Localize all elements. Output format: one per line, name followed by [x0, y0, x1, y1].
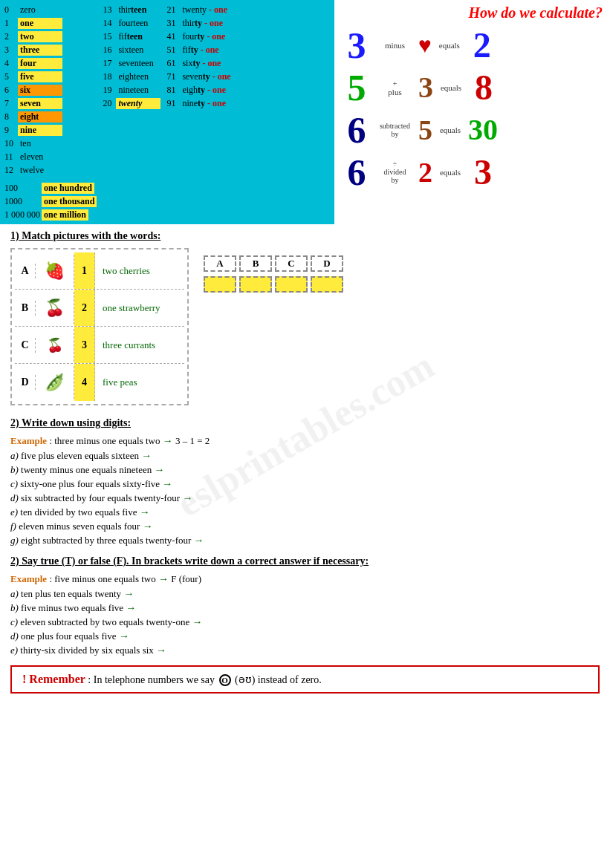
answer-label-c: C — [275, 255, 308, 272]
num-index: 11 — [4, 151, 18, 163]
ex-letter-e: e) — [10, 506, 20, 518]
calc-result-8: 8 — [469, 67, 499, 108]
num-word: fifty - one — [180, 45, 224, 56]
calc-eq-equals2: equals — [436, 83, 466, 92]
num-index: 2 — [4, 31, 18, 42]
num-row: 4 four — [4, 56, 97, 70]
num-word: ninety - one — [180, 98, 228, 109]
num-word: sixteen — [116, 45, 160, 56]
num-word: one — [18, 18, 62, 29]
ex-arrow-c: → — [162, 478, 172, 489]
num-row: 0 zero — [4, 3, 97, 16]
section2-title: 2) Write down using digits: — [10, 417, 600, 429]
example-arrow-3: → — [158, 573, 169, 584]
calc-heart-1: ♥ — [418, 33, 432, 58]
calc-row-3: 6 subtractedby 5 equals 30 — [342, 109, 603, 150]
match-num-1: 1 — [74, 252, 95, 289]
remember-label: ! Remember — [22, 673, 85, 685]
num-index: 100 — [4, 183, 42, 194]
section1: 1) Match pictures with the words: A 🍓 1 … — [10, 230, 600, 405]
exercise-g: g) eight subtracted by three equals twen… — [10, 535, 600, 546]
num-index: 3 — [4, 45, 18, 56]
num-word: twenty — [116, 98, 160, 109]
calc-num-6b: 6 — [342, 154, 371, 191]
s3-ex-letter-b: b) — [10, 602, 21, 613]
num-index: 9 — [4, 125, 18, 136]
ex-letter-g: g) — [10, 535, 21, 546]
match-img-strawberry: 🍓 — [36, 255, 74, 287]
num-word: fifteen — [116, 31, 160, 42]
answer-blank-c[interactable] — [275, 276, 308, 293]
exercise-d: d) six subtracted by four equals twenty-… — [10, 492, 600, 504]
num-index: 51 — [166, 45, 180, 56]
s3-ex-arrow-e: → — [156, 645, 166, 656]
ex-arrow-a: → — [141, 450, 152, 461]
num-row: 14 fourteen — [103, 16, 160, 30]
num-row: 12 twelve — [4, 163, 97, 177]
ex-arrow-b: → — [155, 464, 165, 475]
num-word: one thousand — [42, 196, 97, 207]
num-index: 5 — [4, 71, 18, 82]
s3-ex-text-b: five minus two equals five — [21, 602, 126, 613]
example-answer: 3 – 1 = 2 — [175, 435, 210, 446]
calc-result-3: 3 — [468, 151, 498, 192]
calc-num-5b: 5 — [418, 114, 432, 146]
s3-ex-letter-d: d) — [10, 630, 21, 642]
num-index: 71 — [166, 71, 180, 82]
calc-eq-equals4: equals — [435, 168, 465, 177]
num-index: 6 — [4, 85, 18, 96]
ex-arrow-d: → — [182, 492, 192, 503]
match-letter-a: A — [15, 264, 36, 278]
answer-blank-b[interactable] — [239, 276, 272, 293]
num-index: 4 — [4, 58, 18, 69]
num-row: 9 nine — [4, 123, 97, 137]
match-row-a: A 🍓 1 two cherries — [15, 252, 184, 290]
match-container: A 🍓 1 two cherries B 🍒 2 one strawberry … — [10, 248, 600, 405]
num-word: four — [18, 58, 62, 69]
calc-num-3: 3 — [342, 27, 371, 64]
num-index: 18 — [103, 71, 116, 82]
num-word: fourty - one — [180, 31, 227, 42]
s3-ex-letter-a: a) — [10, 588, 21, 599]
num-index: 14 — [103, 18, 116, 29]
calc-eq-equals3: equals — [435, 125, 465, 134]
s3-ex-arrow-a: → — [123, 588, 134, 599]
num-word: eighteen — [116, 71, 160, 82]
num-word: eleven — [18, 151, 62, 163]
num-index: 7 — [4, 98, 18, 109]
special-numbers: 100 one hundred 1000 one thousand 1 000 … — [4, 181, 97, 221]
ex-text-f: eleven minus seven equals four — [19, 521, 142, 532]
num-row: 51 fifty - one — [166, 43, 233, 56]
num-row: 71 seventy - one — [166, 70, 233, 83]
calc-eq-equals: equals — [435, 41, 464, 50]
ex-text-a: five plus eleven equals sixteen — [21, 450, 141, 461]
num-index: 21 — [166, 4, 180, 16]
num-row: 17 seventeen — [103, 56, 160, 70]
ex-text-d: six subtracted by four equals twenty-fou… — [21, 492, 182, 503]
section3-title: 2) Say true (T) or false (F). In bracket… — [10, 555, 600, 567]
num-index: 81 — [166, 85, 180, 96]
match-word-3: three currants — [95, 336, 184, 354]
answer-boxes: A B C D — [204, 255, 343, 405]
num-row: 13 thirteen — [103, 3, 160, 16]
answer-blank-a[interactable] — [204, 276, 236, 293]
s3-ex-letter-c: c) — [10, 616, 20, 627]
num-word: zero — [18, 4, 62, 16]
section2: 2) Write down using digits: Example : th… — [10, 417, 600, 546]
section2-example: Example : three minus one equals two → 3… — [10, 435, 600, 447]
num-row: 18 eighteen — [103, 70, 160, 83]
answer-blank-d[interactable] — [311, 276, 343, 293]
num-word: nine — [18, 125, 62, 136]
match-row-b: B 🍒 2 one strawberry — [15, 290, 184, 327]
num-col-3: 21 twenty - one 31 thirty - one 41 fourt… — [166, 3, 233, 221]
num-word: fourteen — [116, 18, 160, 29]
num-row: 20 twenty — [103, 97, 160, 110]
example-label: Example — [10, 435, 47, 446]
s3-ex-arrow-c: → — [192, 616, 202, 627]
match-num-3: 3 — [74, 327, 95, 363]
num-index: 20 — [103, 98, 116, 109]
num-index: 19 — [103, 85, 116, 96]
num-word: five — [18, 71, 62, 82]
answer-label-b: B — [239, 255, 272, 272]
calc-num-6: 6 — [342, 111, 371, 149]
